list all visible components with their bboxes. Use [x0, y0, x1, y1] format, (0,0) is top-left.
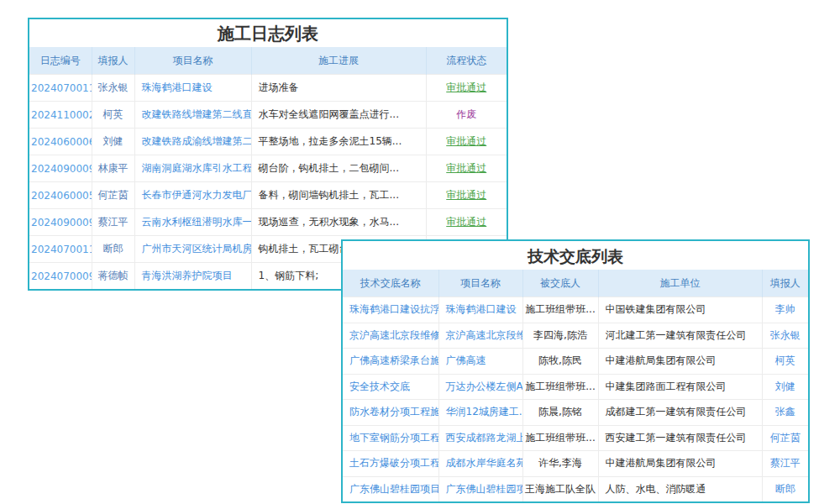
project-link[interactable]: 改建铁路成渝线增建第二...: [134, 129, 251, 155]
project-link[interactable]: 成都水岸华庭名苑...: [438, 451, 522, 477]
project-link[interactable]: 广州市天河区统计局机房...: [134, 236, 251, 263]
disclosure-link[interactable]: 地下室钢筋分项工程...: [343, 425, 438, 451]
reporter-name[interactable]: 蒋德帧: [92, 263, 134, 290]
disclosure-link[interactable]: 土石方爆破分项工程...: [343, 451, 438, 477]
column-header-reporter: 填报人: [762, 270, 808, 297]
disclosure-link[interactable]: 京沪高速北京段维修...: [343, 323, 438, 349]
reporter-name[interactable]: 李帅: [762, 297, 808, 323]
table-row: 2024090009蔡江平云南水利枢纽潜明水库一...现场巡查，无积水现象，水马…: [29, 209, 507, 236]
reporter-name[interactable]: 林康平: [92, 155, 134, 182]
reporter-name[interactable]: 蔡江平: [92, 209, 134, 236]
log-id-link[interactable]: 2024090009: [29, 155, 92, 182]
table-header-row: 技术交底名称 项目名称 被交底人 施工单位 填报人: [343, 270, 808, 297]
recipients-text: 李四海,陈浩: [522, 323, 598, 349]
construction-log-title: 施工日志列表: [29, 19, 507, 47]
recipients-text: 陈牧,陈民: [522, 349, 598, 375]
table-row: 2024060005何芷茵长春市伊通河水力发电厂...备料，砌间墙钩机排土，瓦工…: [29, 182, 507, 209]
project-link[interactable]: 西安成都路龙湖上...: [438, 425, 522, 451]
disclosure-link[interactable]: 广佛高速桥梁承台施...: [343, 349, 438, 375]
reporter-name[interactable]: 张永银: [762, 323, 808, 349]
table-row: 防水卷材分项工程施...华润12城房建工...陈晨,陈铭成都建工第一建筑有限责任…: [343, 400, 808, 426]
status-label[interactable]: 审批通过: [426, 155, 507, 182]
progress-text: 砌台阶，钩机排土，二包砌间...: [251, 155, 426, 182]
column-header-recipients: 被交底人: [522, 270, 598, 297]
table-row: 安全技术交底万达办公楼左侧A...施工班组带班...中建集团路面工程有限公司刘健: [343, 374, 808, 400]
reporter-name[interactable]: 柯英: [762, 349, 808, 375]
column-header-unit: 施工单位: [598, 270, 762, 297]
recipients-text: 许华,李海: [522, 451, 598, 477]
unit-text: 成都建工第一建筑有限责任公司: [598, 400, 762, 426]
column-header-disclosure-name: 技术交底名称: [343, 270, 438, 297]
column-header-progress: 施工进展: [251, 47, 426, 75]
table-row: 2024060006刘健改建铁路成渝线增建第二...平整场地，拉走多余泥土15辆…: [29, 129, 507, 155]
column-header-project: 项目名称: [134, 47, 251, 75]
recipients-text: 陈晨,陈铭: [522, 400, 598, 426]
reporter-name[interactable]: 蔡江平: [762, 451, 808, 477]
disclosure-link[interactable]: 珠海鹤港口建设抗浮...: [343, 297, 438, 323]
technical-disclosure-panel: 技术交底列表 技术交底名称 项目名称 被交底人 施工单位 填报人 珠海鹤港口建设…: [341, 239, 810, 503]
reporter-name[interactable]: 柯英: [92, 102, 134, 129]
reporter-name[interactable]: 断郎: [762, 476, 808, 501]
reporter-name[interactable]: 何芷茵: [92, 182, 134, 209]
table-row: 地下室钢筋分项工程...西安成都路龙湖上...施工班组带班...西安建工第一建筑…: [343, 425, 808, 451]
reporter-name[interactable]: 张鑫: [762, 400, 808, 426]
unit-text: 中建港航局集团有限公司: [598, 451, 762, 477]
column-header-reporter: 填报人: [92, 47, 134, 75]
progress-text: 水车对全线遮阳网覆盖点进行...: [251, 102, 426, 129]
status-label[interactable]: 审批通过: [426, 75, 507, 102]
recipients-text: 施工班组带班...: [522, 297, 598, 323]
disclosure-link[interactable]: 广东佛山碧桂园项目...: [343, 476, 438, 501]
project-link[interactable]: 广佛高速: [438, 349, 522, 375]
status-label: 作废: [426, 102, 507, 129]
recipients-text: 施工班组带班...: [522, 425, 598, 451]
progress-text: 平整场地，拉走多余泥土15辆...: [251, 129, 426, 155]
unit-text: 河北建工第一建筑有限责任公司: [598, 323, 762, 349]
table-row: 土石方爆破分项工程...成都水岸华庭名苑...许华,李海中建港航局集团有限公司蔡…: [343, 451, 808, 477]
project-link[interactable]: 珠海鹤港口建设: [438, 297, 522, 323]
project-link[interactable]: 云南水利枢纽潜明水库一...: [134, 209, 251, 236]
log-id-link[interactable]: 2024070011: [29, 75, 92, 102]
log-id-link[interactable]: 2024060005: [29, 182, 92, 209]
unit-text: 中建港航局集团有限公司: [598, 349, 762, 375]
unit-text: 中国铁建集团有限公司: [598, 297, 762, 323]
recipients-text: 王海施工队全队: [522, 476, 598, 501]
log-id-link[interactable]: 2024070009: [29, 263, 92, 290]
project-link[interactable]: 珠海鹤港口建设: [134, 75, 251, 102]
log-id-link[interactable]: 2024110002: [29, 102, 92, 129]
progress-text: 备料，砌间墙钩机排土，瓦工...: [251, 182, 426, 209]
status-label[interactable]: 审批通过: [426, 129, 507, 155]
unit-text: 中建集团路面工程有限公司: [598, 374, 762, 400]
technical-disclosure-title: 技术交底列表: [343, 241, 808, 270]
disclosure-link[interactable]: 安全技术交底: [343, 374, 438, 400]
table-row: 广佛高速桥梁承台施...广佛高速陈牧,陈民中建港航局集团有限公司柯英: [343, 349, 808, 375]
reporter-name[interactable]: 刘健: [92, 129, 134, 155]
table-row: 京沪高速北京段维修...京沪高速北京段维修李四海,陈浩河北建工第一建筑有限责任公…: [343, 323, 808, 349]
log-id-link[interactable]: 2024090009: [29, 209, 92, 236]
status-label[interactable]: 审批通过: [426, 209, 507, 236]
project-link[interactable]: 湖南洞庭湖水库引水工程...: [134, 155, 251, 182]
table-row: 2024110002柯英改建铁路线增建第二线直...水车对全线遮阳网覆盖点进行.…: [29, 102, 507, 129]
reporter-name[interactable]: 张永银: [92, 75, 134, 102]
disclosure-link[interactable]: 防水卷材分项工程施...: [343, 400, 438, 426]
reporter-name[interactable]: 刘健: [762, 374, 808, 400]
project-link[interactable]: 华润12城房建工...: [438, 400, 522, 426]
progress-text: 进场准备: [251, 75, 426, 102]
log-id-link[interactable]: 2024070011: [29, 236, 92, 263]
reporter-name[interactable]: 何芷茵: [762, 425, 808, 451]
project-link[interactable]: 广东佛山碧桂园项目: [438, 476, 522, 501]
table-row: 珠海鹤港口建设抗浮...珠海鹤港口建设施工班组带班...中国铁建集团有限公司李帅: [343, 297, 808, 323]
log-id-link[interactable]: 2024060006: [29, 129, 92, 155]
project-link[interactable]: 青海洪湖养护院项目: [134, 263, 251, 290]
unit-text: 人防、水电、消防暖通: [598, 476, 762, 501]
table-row: 2024070011张永银珠海鹤港口建设进场准备审批通过: [29, 75, 507, 102]
table-row: 2024090009林康平湖南洞庭湖水库引水工程...砌台阶，钩机排土，二包砌间…: [29, 155, 507, 182]
project-link[interactable]: 改建铁路线增建第二线直...: [134, 102, 251, 129]
unit-text: 西安建工第一建筑有限责任公司: [598, 425, 762, 451]
reporter-name[interactable]: 断郎: [92, 236, 134, 263]
status-label[interactable]: 审批通过: [426, 182, 507, 209]
project-link[interactable]: 万达办公楼左侧A...: [438, 374, 522, 400]
project-link[interactable]: 长春市伊通河水力发电厂...: [134, 182, 251, 209]
column-header-project: 项目名称: [438, 270, 522, 297]
table-row: 广东佛山碧桂园项目...广东佛山碧桂园项目王海施工队全队人防、水电、消防暖通断郎: [343, 476, 808, 501]
project-link[interactable]: 京沪高速北京段维修: [438, 323, 522, 349]
